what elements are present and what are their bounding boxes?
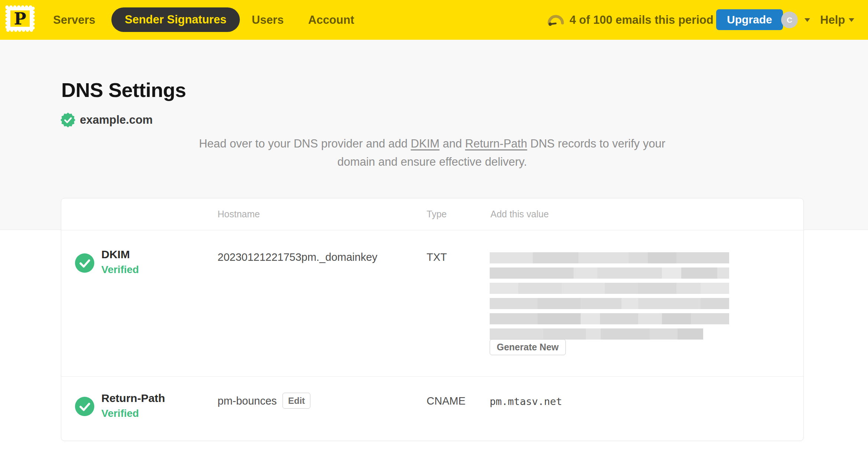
table-row-dkim: DKIM Verified 20230121221753pm._domainke… [61,230,803,377]
dkim-link[interactable]: DKIM [411,137,440,150]
caret-down-icon [849,18,854,22]
page-title: DNS Settings [61,78,186,102]
description-text: Head over to your DNS provider and add [199,137,411,150]
account-menu[interactable]: C [781,0,810,40]
edit-hostname-button[interactable]: Edit [283,393,310,409]
table-row-return-path: Return-Path Verified pm-bounces Edit CNA… [61,377,803,441]
screen: P Servers Sender Signatures Users Accoun… [0,0,868,454]
status-badge: Verified [101,408,139,419]
record-name: DKIM [101,248,130,261]
avatar[interactable]: C [781,12,798,28]
redacted-value-line [490,328,703,340]
usage-meter: 4 of 100 emails this period [547,0,714,40]
dns-records-table: Hostname Type Add this value DKIM Verifi… [61,198,804,441]
postmark-logo[interactable]: P [4,4,36,33]
main-content: DNS Settings example.com Head over to yo… [0,0,868,454]
help-label: Help [820,13,845,27]
column-header-type: Type [427,198,447,230]
nav-item-sender-signatures[interactable]: Sender Signatures [111,7,240,32]
column-header-value: Add this value [490,198,549,230]
record-hostname: pm-bounces [218,395,277,407]
usage-text: 4 of 100 emails this period [570,13,714,27]
redacted-value-line [490,283,729,294]
verified-domain: example.com [61,113,153,127]
record-name: Return-Path [101,392,165,405]
generate-new-button[interactable]: Generate New [490,339,566,355]
redacted-value-line [490,313,729,324]
table-header-row: Hostname Type Add this value [61,198,803,230]
description-text: and [440,137,465,150]
nav-item-users[interactable]: Users [252,0,284,40]
help-menu[interactable]: Help [820,0,854,40]
redacted-dkim-value [490,252,729,344]
domain-name: example.com [80,113,153,127]
gauge-icon [547,14,564,26]
redacted-value-line [490,267,729,279]
check-circle-icon [75,397,94,416]
upgrade-button[interactable]: Upgrade [716,9,783,30]
record-hostname: 20230121221753pm._domainkey [218,251,378,263]
caret-down-icon [805,18,810,22]
return-path-link[interactable]: Return-Path [465,137,527,150]
postmark-stamp-icon: P [4,4,36,33]
status-badge: Verified [101,264,139,276]
redacted-value-line [490,252,729,263]
check-circle-icon [75,253,94,273]
column-header-hostname: Hostname [218,198,260,230]
record-type: TXT [427,251,447,263]
record-type: CNAME [427,395,466,407]
svg-text:P: P [14,9,26,28]
record-value: pm.mtasv.net [490,396,562,407]
redacted-value-line [490,298,729,309]
nav-item-account[interactable]: Account [308,0,354,40]
page-description: Head over to your DNS provider and add D… [198,134,666,171]
verified-seal-icon [61,113,75,127]
top-nav: P Servers Sender Signatures Users Accoun… [0,0,868,40]
nav-item-servers[interactable]: Servers [53,0,95,40]
